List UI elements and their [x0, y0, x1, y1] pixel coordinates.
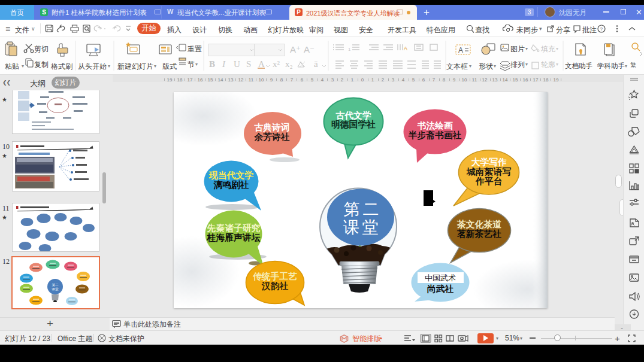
svg-text:I: I [222, 59, 226, 69]
svg-text:17: 17 [188, 77, 193, 82]
svg-text:6: 6 [301, 77, 304, 82]
svg-text:作平台: 作平台 [475, 177, 502, 186]
svg-text:S: S [246, 59, 251, 69]
svg-text:12: 12 [238, 77, 244, 82]
svg-text:14: 14 [218, 77, 223, 82]
svg-text:8: 8 [280, 77, 283, 82]
svg-text:6: 6 [422, 77, 425, 82]
svg-text:?: ? [600, 26, 603, 32]
svg-text:12: 12 [482, 77, 488, 82]
svg-text:15: 15 [513, 77, 518, 82]
svg-text:二: 二 [363, 200, 379, 218]
svg-text:7: 7 [291, 77, 294, 82]
svg-text:4: 4 [321, 77, 324, 82]
svg-text:现当代文学: 现当代文学 [208, 171, 253, 180]
svg-text:17: 17 [533, 77, 539, 82]
svg-text:第二: 第二 [52, 283, 59, 287]
svg-text:1: 1 [371, 77, 374, 82]
svg-text:0: 0 [361, 77, 364, 82]
svg-text:16: 16 [523, 77, 528, 82]
svg-text:11: 11 [472, 77, 477, 82]
svg-text:ā: ā [314, 59, 318, 69]
svg-text:4: 4 [402, 77, 405, 82]
svg-text:1: 1 [351, 77, 354, 82]
svg-text:7: 7 [433, 77, 436, 82]
svg-text:茶文化茶道: 茶文化茶道 [456, 220, 501, 229]
svg-text:堂: 堂 [362, 218, 379, 236]
svg-text:2: 2 [341, 77, 344, 82]
svg-text:15: 15 [208, 77, 213, 82]
svg-text:书法绘画: 书法绘画 [416, 121, 452, 130]
svg-text:19: 19 [554, 77, 559, 82]
svg-text:2: 2 [382, 77, 385, 82]
svg-text:3: 3 [331, 77, 334, 82]
svg-text:先秦诸子研究: 先秦诸子研究 [207, 223, 261, 233]
svg-text:传统手工艺: 传统手工艺 [252, 271, 297, 281]
svg-text:B: B [209, 59, 215, 69]
svg-text:A⁺: A⁺ [290, 44, 301, 54]
svg-text:10: 10 [462, 77, 467, 82]
svg-text:13: 13 [228, 77, 234, 82]
svg-text:茗新茶艺社: 茗新茶艺社 [456, 229, 501, 239]
svg-text:桂海雁声讲坛: 桂海雁声讲坛 [207, 233, 261, 242]
svg-text:19: 19 [167, 77, 173, 82]
svg-text:14: 14 [503, 77, 508, 82]
svg-text:古代文学: 古代文学 [335, 111, 371, 120]
svg-text:A⁻: A⁻ [304, 44, 315, 54]
svg-text:A: A [458, 46, 463, 54]
svg-text:10: 10 [259, 77, 264, 82]
svg-text:18: 18 [177, 77, 183, 82]
svg-text:3: 3 [392, 77, 395, 82]
svg-text:尚武社: 尚武社 [427, 284, 454, 294]
svg-text:11: 11 [249, 77, 254, 82]
svg-text:半步斋书画社: 半步斋书画社 [409, 130, 462, 140]
svg-text:课堂: 课堂 [52, 287, 59, 291]
svg-text:18: 18 [543, 77, 549, 82]
svg-text:余芳诗社: 余芳诗社 [253, 132, 289, 142]
svg-text:1: 1 [348, 47, 351, 52]
svg-text:9: 9 [270, 77, 273, 82]
svg-text:中国武术: 中国武术 [425, 273, 456, 282]
svg-text:汉韵社: 汉韵社 [261, 281, 289, 291]
svg-text:大学写作: 大学写作 [471, 157, 506, 167]
svg-text:x₂: x₂ [285, 59, 293, 69]
svg-text:明德国学社: 明德国学社 [331, 120, 376, 129]
svg-text:5: 5 [311, 77, 314, 82]
svg-text:16: 16 [198, 77, 203, 82]
svg-text:A: A [258, 59, 265, 69]
svg-text:漓鸣剧社: 漓鸣剧社 [213, 180, 249, 190]
svg-text:U: U [234, 59, 240, 69]
svg-text:5: 5 [412, 77, 415, 82]
svg-text:13: 13 [492, 77, 498, 82]
svg-text:第: 第 [344, 200, 360, 218]
svg-text:繁: 繁 [630, 62, 636, 68]
svg-text:x²: x² [273, 59, 280, 69]
svg-text:课: 课 [343, 218, 359, 236]
svg-text:8: 8 [443, 77, 446, 82]
svg-text:城南絮语写: 城南絮语写 [466, 167, 511, 177]
svg-text:9: 9 [453, 77, 456, 82]
svg-text:A: A [404, 45, 407, 51]
svg-text:古典诗词: 古典诗词 [253, 122, 289, 132]
